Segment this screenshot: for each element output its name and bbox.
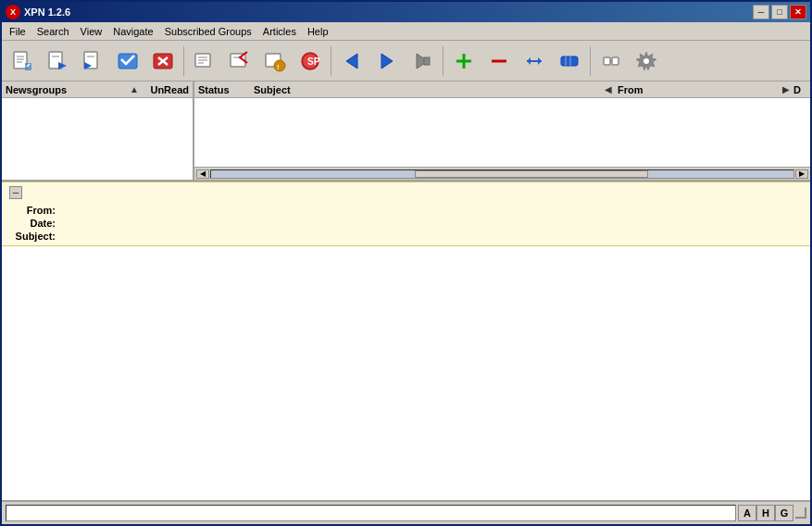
toolbar-next[interactable] xyxy=(370,44,404,78)
toolbar-compose[interactable] xyxy=(188,44,221,78)
toolbar-mark-unread[interactable] xyxy=(146,44,180,78)
preview-date-row: Date: xyxy=(9,218,803,229)
resize-handle[interactable] xyxy=(795,507,806,519)
newsgroups-panel: Newsgroups ▲ UnRead xyxy=(2,81,194,180)
toolbar-sep-4 xyxy=(590,46,591,76)
title-controls: ─ □ ✕ xyxy=(753,5,806,19)
scrollbar-left-arrow[interactable]: ◀ xyxy=(196,169,209,179)
toolbar-spam[interactable]: SP xyxy=(294,44,327,78)
toolbar-block[interactable] xyxy=(553,44,586,78)
preview-subject-row: Subject: xyxy=(9,231,803,242)
status-tabs: A H G xyxy=(738,505,793,521)
toolbar-sep-2 xyxy=(331,46,331,76)
main-content: Newsgroups ▲ UnRead Status Subject ◀ Fro… xyxy=(2,81,810,524)
preview-header: ─ From: Date: Subject: xyxy=(2,182,810,246)
svg-rect-30 xyxy=(424,57,430,65)
toolbar-get-all[interactable] xyxy=(76,44,109,78)
articles-panel: Status Subject ◀ From ▶ D ◀ ▶ xyxy=(194,81,810,180)
from-label: From: xyxy=(9,205,56,216)
menu-file[interactable]: File xyxy=(4,24,31,39)
svg-marker-36 xyxy=(527,57,531,65)
svg-point-43 xyxy=(643,58,649,64)
app-icon: X xyxy=(6,5,20,19)
toolbar-new-post[interactable] xyxy=(6,44,39,78)
window-frame: X XPN 1.2.6 ─ □ ✕ File Search View Navig… xyxy=(0,0,812,526)
close-button[interactable]: ✕ xyxy=(790,5,806,19)
scrollbar-track[interactable] xyxy=(210,169,794,179)
menu-subscribed-groups[interactable]: Subscribed Groups xyxy=(159,24,257,39)
preview-body[interactable] xyxy=(2,246,810,524)
svg-marker-27 xyxy=(346,54,357,69)
title-text: XPN 1.2.6 xyxy=(24,6,70,18)
minimize-button[interactable]: ─ xyxy=(753,5,769,19)
articles-col-date: D xyxy=(792,84,810,95)
toolbar-settings[interactable] xyxy=(630,44,663,78)
articles-arrow-right: ▶ xyxy=(781,84,792,94)
articles-scrollbar[interactable]: ◀ ▶ xyxy=(194,167,810,180)
status-bar: A H G xyxy=(2,500,810,524)
preview-from-row: From: xyxy=(9,205,803,216)
toolbar-mark-read[interactable] xyxy=(111,44,144,78)
status-tab-a[interactable]: A xyxy=(738,505,756,521)
articles-header: Status Subject ◀ From ▶ D xyxy=(194,81,810,98)
status-tab-g[interactable]: G xyxy=(775,505,793,521)
toolbar-reply[interactable] xyxy=(223,44,256,78)
preview-pane: ─ From: Date: Subject: xyxy=(2,182,810,524)
toolbar-prev[interactable] xyxy=(335,44,369,78)
svg-rect-0 xyxy=(14,52,27,69)
toolbar-send[interactable] xyxy=(41,44,74,78)
menu-navigate[interactable]: Navigate xyxy=(107,24,158,39)
maximize-button[interactable]: □ xyxy=(771,5,788,19)
toolbar-forward[interactable]: ! xyxy=(258,44,292,78)
articles-col-subject: Subject xyxy=(250,84,603,95)
menu-search[interactable]: Search xyxy=(31,24,75,39)
svg-marker-4 xyxy=(25,63,31,70)
menu-articles[interactable]: Articles xyxy=(257,24,302,39)
status-tab-h[interactable]: H xyxy=(756,505,775,521)
svg-rect-41 xyxy=(612,57,618,65)
title-bar: X XPN 1.2.6 ─ □ ✕ xyxy=(2,2,810,22)
svg-rect-37 xyxy=(561,56,578,66)
menu-view[interactable]: View xyxy=(75,24,108,39)
svg-text:SP: SP xyxy=(307,56,320,67)
title-bar-left: X XPN 1.2.6 xyxy=(6,5,70,19)
newsgroups-col-name: Newsgroups xyxy=(6,84,126,95)
scrollbar-thumb[interactable] xyxy=(415,170,648,178)
svg-point-23 xyxy=(274,60,285,71)
toolbar-get-new[interactable] xyxy=(406,44,439,78)
sort-indicator: ▲ xyxy=(130,84,139,94)
svg-rect-40 xyxy=(604,57,610,65)
svg-text:!: ! xyxy=(277,63,280,71)
toolbar-sep-3 xyxy=(443,46,443,76)
toolbar: ! SP xyxy=(2,41,810,81)
articles-col-from: From xyxy=(614,84,781,95)
articles-list[interactable] xyxy=(194,98,810,167)
svg-marker-35 xyxy=(538,57,542,65)
date-label: Date: xyxy=(9,218,56,229)
articles-arrow-left: ◀ xyxy=(603,84,614,94)
newsgroups-col-unread: UnRead xyxy=(143,84,189,95)
menu-help[interactable]: Help xyxy=(302,24,334,39)
top-pane: Newsgroups ▲ UnRead Status Subject ◀ Fro… xyxy=(2,81,810,182)
toolbar-move[interactable] xyxy=(518,44,551,78)
newsgroups-list[interactable] xyxy=(2,98,193,180)
scrollbar-right-arrow[interactable]: ▶ xyxy=(795,169,808,179)
toolbar-subscribe-add[interactable] xyxy=(447,44,481,78)
preview-collapse-button[interactable]: ─ xyxy=(9,186,22,199)
toolbar-connect[interactable] xyxy=(594,44,628,78)
toolbar-sep-1 xyxy=(183,46,184,76)
svg-marker-28 xyxy=(381,54,393,69)
newsgroups-header: Newsgroups ▲ UnRead xyxy=(2,81,193,98)
toolbar-subscribe-remove[interactable] xyxy=(482,44,516,78)
menu-bar: File Search View Navigate Subscribed Gro… xyxy=(2,22,810,41)
status-input[interactable] xyxy=(6,505,736,521)
subject-label: Subject: xyxy=(9,231,56,242)
articles-col-status: Status xyxy=(194,84,250,95)
